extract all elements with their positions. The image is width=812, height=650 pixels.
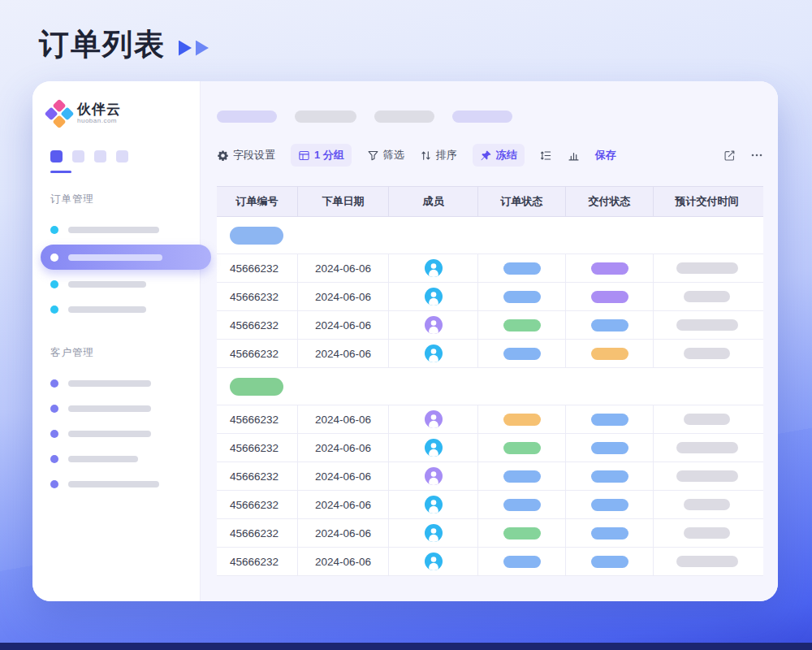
order-status-cell[interactable] <box>478 491 566 518</box>
member-cell[interactable] <box>389 311 478 339</box>
table-row[interactable]: 456662322024-06-06 <box>217 519 763 548</box>
column-header[interactable]: 成员 <box>389 187 478 216</box>
eta-cell[interactable] <box>654 519 760 547</box>
freeze-button[interactable]: 冻结 <box>473 144 525 167</box>
chart-view-button[interactable] <box>568 150 580 162</box>
sidebar-tab[interactable] <box>50 150 63 162</box>
delivery-status-cell[interactable] <box>566 254 654 282</box>
group-header-row[interactable] <box>217 217 763 254</box>
eta-cell[interactable] <box>654 491 760 518</box>
order-no-cell[interactable]: 45666232 <box>217 434 298 462</box>
member-cell[interactable] <box>389 340 478 367</box>
order-no-cell[interactable]: 45666232 <box>217 491 298 518</box>
eta-cell[interactable] <box>654 340 760 367</box>
order-no-cell[interactable]: 45666232 <box>217 254 298 282</box>
nav-item[interactable] <box>49 297 187 322</box>
delivery-status-cell[interactable] <box>566 462 654 490</box>
sort-button[interactable]: 排序 <box>420 148 457 162</box>
table-row[interactable]: 456662322024-06-06 <box>217 462 763 491</box>
order-date-cell[interactable]: 2024-06-06 <box>298 311 389 339</box>
field-settings-button[interactable]: 字段设置 <box>217 148 275 162</box>
sidebar-tab[interactable] <box>72 150 84 162</box>
member-cell[interactable] <box>389 491 478 518</box>
order-date-cell[interactable]: 2024-06-06 <box>298 462 389 490</box>
column-header[interactable]: 交付状态 <box>566 187 654 216</box>
nav-item[interactable] <box>49 272 187 297</box>
delivery-status-cell[interactable] <box>566 491 654 518</box>
order-status-cell[interactable] <box>478 548 566 575</box>
order-status-cell[interactable] <box>478 434 566 462</box>
order-no-cell[interactable]: 45666232 <box>217 519 298 547</box>
table-row[interactable]: 456662322024-06-06 <box>217 340 763 368</box>
nav-item[interactable] <box>49 396 187 421</box>
member-cell[interactable] <box>389 283 478 310</box>
delivery-status-cell[interactable] <box>566 519 654 547</box>
order-date-cell[interactable]: 2024-06-06 <box>298 340 389 367</box>
order-status-cell[interactable] <box>478 462 566 490</box>
nav-item[interactable] <box>49 218 187 242</box>
eta-cell[interactable] <box>654 434 760 462</box>
column-header[interactable]: 下单日期 <box>298 187 389 216</box>
eta-cell[interactable] <box>654 405 760 433</box>
order-no-cell[interactable]: 45666232 <box>217 340 298 367</box>
eta-cell[interactable] <box>654 254 760 282</box>
column-header[interactable]: 订单编号 <box>217 187 298 216</box>
table-row[interactable]: 456662322024-06-06 <box>217 491 763 519</box>
member-cell[interactable] <box>389 548 478 575</box>
save-button[interactable]: 保存 <box>595 148 616 162</box>
order-date-cell[interactable]: 2024-06-06 <box>298 405 389 433</box>
table-row[interactable]: 456662322024-06-06 <box>217 548 763 576</box>
order-status-cell[interactable] <box>478 519 566 547</box>
table-row[interactable]: 456662322024-06-06 <box>217 283 763 311</box>
more-button[interactable] <box>750 149 763 162</box>
delivery-status-cell[interactable] <box>566 340 654 367</box>
filter-button[interactable]: 筛选 <box>367 148 404 162</box>
nav-item[interactable] <box>49 447 187 471</box>
nav-item[interactable] <box>49 371 187 396</box>
table-row[interactable]: 456662322024-06-06 <box>217 405 763 434</box>
order-no-cell[interactable]: 45666232 <box>217 548 298 575</box>
nav-item-active[interactable] <box>41 245 211 270</box>
table-row[interactable]: 456662322024-06-06 <box>217 434 763 462</box>
order-date-cell[interactable]: 2024-06-06 <box>298 548 389 575</box>
eta-cell[interactable] <box>654 283 760 310</box>
sidebar-tab[interactable] <box>116 150 128 162</box>
member-cell[interactable] <box>389 405 478 433</box>
delivery-status-cell[interactable] <box>566 548 654 575</box>
delivery-status-cell[interactable] <box>566 311 654 339</box>
order-status-cell[interactable] <box>478 283 566 310</box>
order-date-cell[interactable]: 2024-06-06 <box>298 519 389 547</box>
column-header[interactable]: 预计交付时间 <box>654 187 760 216</box>
nav-item[interactable] <box>49 422 187 446</box>
order-no-cell[interactable]: 45666232 <box>217 405 298 433</box>
table-row[interactable]: 456662322024-06-06 <box>217 311 763 340</box>
order-no-cell[interactable]: 45666232 <box>217 283 298 310</box>
member-cell[interactable] <box>389 519 478 547</box>
delivery-status-cell[interactable] <box>566 405 654 433</box>
eta-cell[interactable] <box>654 462 760 490</box>
eta-cell[interactable] <box>654 548 760 575</box>
order-date-cell[interactable]: 2024-06-06 <box>298 254 389 282</box>
column-header[interactable]: 订单状态 <box>478 187 566 216</box>
group-header-row[interactable] <box>217 368 763 405</box>
share-button[interactable] <box>723 150 736 162</box>
order-date-cell[interactable]: 2024-06-06 <box>298 283 389 310</box>
order-no-cell[interactable]: 45666232 <box>217 311 298 339</box>
order-status-cell[interactable] <box>478 254 566 282</box>
delivery-status-cell[interactable] <box>566 283 654 310</box>
order-status-cell[interactable] <box>478 405 566 433</box>
order-date-cell[interactable]: 2024-06-06 <box>298 434 389 462</box>
order-status-cell[interactable] <box>478 340 566 367</box>
row-height-button[interactable] <box>540 150 552 162</box>
order-date-cell[interactable]: 2024-06-06 <box>298 491 389 518</box>
sidebar-tab[interactable] <box>94 150 106 162</box>
member-cell[interactable] <box>389 462 478 490</box>
table-row[interactable]: 456662322024-06-06 <box>217 254 763 283</box>
member-cell[interactable] <box>389 254 478 282</box>
nav-item[interactable] <box>49 472 187 496</box>
order-status-cell[interactable] <box>478 311 566 339</box>
group-button[interactable]: 1 分组 <box>291 144 352 167</box>
delivery-status-cell[interactable] <box>566 434 654 462</box>
eta-cell[interactable] <box>654 311 760 339</box>
order-no-cell[interactable]: 45666232 <box>217 462 298 490</box>
